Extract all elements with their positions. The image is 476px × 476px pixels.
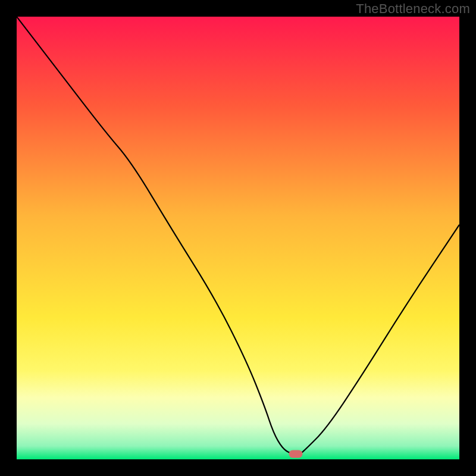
optimal-marker [289,450,302,458]
chart-container: TheBottleneck.com [0,0,476,476]
bottleneck-curve [17,17,459,459]
plot-area [17,17,459,459]
watermark-text: TheBottleneck.com [356,1,470,17]
